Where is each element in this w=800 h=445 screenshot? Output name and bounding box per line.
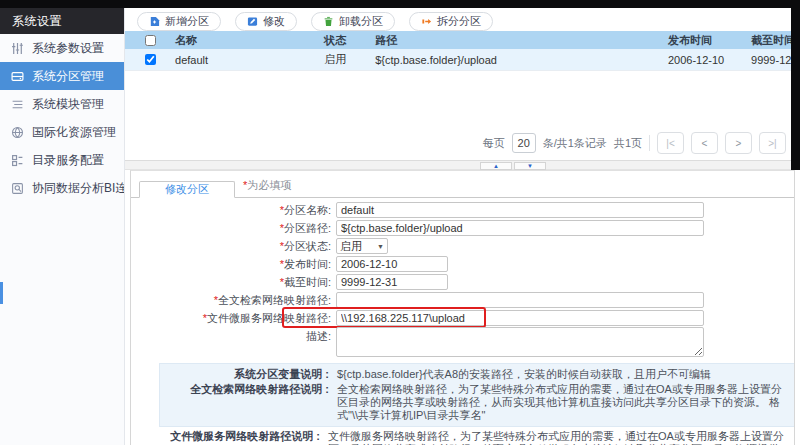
partition-list-area: 新增分区 修改 卸载分区 拆分分区 名称 状态 路径 发布时间 截至时间 [125, 8, 791, 170]
tab-bar: 修改分区 *为必填项 [131, 171, 794, 198]
row-checkbox[interactable] [145, 54, 156, 65]
column-header-path: 路径 [375, 33, 668, 48]
cell-name: default [175, 54, 324, 66]
selected-status-value: 启用 [340, 239, 362, 254]
column-header-name: 名称 [175, 33, 324, 48]
top-frame-bar [0, 0, 800, 8]
records-label: 条/共1条记录 [543, 136, 607, 151]
list-lines-icon [11, 98, 24, 111]
field-row-status: *分区状态: 启用 ▼ [131, 237, 794, 255]
collapse-down-button[interactable]: ▼ [514, 162, 546, 170]
scrollbar-indicator[interactable] [0, 282, 3, 304]
sidebar-item-directory-service[interactable]: 目录服务配置 [0, 146, 124, 174]
column-header-status: 状态 [324, 33, 375, 48]
sidebar-item-label: 目录服务配置 [32, 152, 104, 169]
sidebar-item-label: 系统分区管理 [32, 68, 104, 85]
note-row-fulltext: 全文检索网络映射路径说明 : 全文检索网络映射路径，为了某些特殊分布式应用的需要… [168, 383, 786, 422]
modify-button[interactable]: 修改 [235, 12, 297, 31]
pagination: 每页 20 条/共1条记录 共1页 |< < > >| [483, 132, 786, 154]
last-page-button[interactable]: >| [759, 132, 786, 154]
note-text: 全文检索网络映射路径，为了某些特殊分布式应用的需要，通过在OA或专用服务器上设置… [337, 383, 786, 422]
cell-path: ${ctp.base.folder}/upload [375, 54, 668, 66]
page-size-input[interactable]: 20 [512, 133, 536, 153]
sidebar-item-partition-mgmt[interactable]: 系统分区管理 [0, 62, 124, 90]
sidebar-item-bi-connection[interactable]: 协同数据分析BI连... [0, 174, 124, 202]
per-page-label: 每页 [483, 136, 505, 151]
globe-icon [11, 126, 24, 139]
field-row-publish-date: *发布时间: [131, 255, 794, 273]
table-header-row: 名称 状态 路径 发布时间 截至时间 [125, 31, 791, 49]
end-date-label: *截至时间: [131, 275, 336, 290]
cell-status: 启用 [324, 52, 375, 67]
fileservice-network-path-input[interactable] [336, 310, 704, 326]
cell-end-date: 9999-12-31 [751, 54, 791, 66]
tab-modify-partition[interactable]: 修改分区 [139, 181, 235, 198]
note-label: 全文检索网络映射路径说明 : [168, 383, 337, 422]
partition-status-select[interactable]: 启用 ▼ [336, 238, 388, 254]
sidebar-item-i18n-resources[interactable]: 国际化资源管理 [0, 118, 124, 146]
total-pages-label: 共1页 [614, 136, 642, 151]
app-window: 系统设置 系统参数设置 系统分区管理 系统模块管理 国际化资源管理 目录服务配置… [0, 0, 800, 445]
fileservice-network-path-label: *文件微服务网络映射路径: [131, 311, 336, 326]
right-frame-bar [791, 8, 800, 170]
note-label: 系统分区变量说明 : [168, 368, 337, 381]
partition-path-input[interactable] [336, 220, 704, 236]
next-page-button[interactable]: > [725, 132, 752, 154]
field-row-fileservice-path: *文件微服务网络映射路径: [131, 309, 794, 327]
sidebar-item-system-params[interactable]: 系统参数设置 [0, 34, 124, 62]
field-row-description: 描述: [131, 327, 794, 359]
grid-list-icon [11, 154, 24, 167]
partition-name-input[interactable] [336, 202, 704, 218]
field-row-end-date: *截至时间: [131, 273, 794, 291]
partition-status-label: *分区状态: [131, 239, 336, 254]
field-row-name: *分区名称: [131, 201, 794, 219]
bi-search-icon [11, 182, 24, 195]
first-page-button[interactable]: |< [657, 132, 684, 154]
split-partition-button[interactable]: 拆分分区 [409, 12, 493, 31]
add-partition-button[interactable]: 新增分区 [137, 12, 221, 31]
note-text: 文件微服务网络映射路径，为了某些特殊分布式应用的需要，通过在OA或专用服务器上设… [328, 430, 786, 445]
add-document-icon [149, 16, 160, 27]
partition-path-label: *分区路径: [131, 221, 336, 236]
sidebar-item-label: 国际化资源管理 [32, 124, 116, 141]
publish-date-input[interactable] [336, 256, 448, 272]
sliders-icon [11, 42, 24, 55]
note-label: 文件微服务网络映射路径说明 : [131, 430, 328, 445]
split-arrow-icon [421, 16, 432, 27]
description-textarea[interactable] [336, 327, 704, 357]
unload-partition-button[interactable]: 卸载分区 [311, 12, 395, 31]
end-date-input[interactable] [336, 274, 448, 290]
sidebar-item-label: 协同数据分析BI连... [32, 180, 124, 197]
sidebar: 系统设置 系统参数设置 系统分区管理 系统模块管理 国际化资源管理 目录服务配置… [0, 8, 125, 445]
field-row-path: *分区路径: [131, 219, 794, 237]
publish-date-label: *发布时间: [131, 257, 336, 272]
pager-divider [649, 135, 650, 151]
partition-icon [11, 70, 24, 83]
trash-icon [323, 16, 334, 27]
toolbar: 新增分区 修改 卸载分区 拆分分区 [125, 8, 791, 31]
fulltext-network-path-input[interactable] [336, 292, 704, 308]
column-header-publish-date: 发布时间 [668, 33, 751, 48]
field-row-fulltext-path: *全文检索网络映射路径: [131, 291, 794, 309]
column-header-end-date: 截至时间 [751, 33, 791, 48]
sidebar-title: 系统设置 [0, 8, 124, 34]
sidebar-item-module-mgmt[interactable]: 系统模块管理 [0, 90, 124, 118]
note-row-variable: 系统分区变量说明 : ${ctp.base.folder}代表A8的安装路径，安… [168, 368, 786, 381]
notes-box: 系统分区变量说明 : ${ctp.base.folder}代表A8的安装路径，安… [159, 363, 795, 427]
chevron-down-icon: ▼ [377, 243, 384, 250]
sidebar-item-label: 系统参数设置 [32, 40, 104, 57]
description-label: 描述: [131, 327, 336, 344]
required-note: *为必填项 [243, 178, 291, 193]
collapse-up-button[interactable]: ▲ [480, 162, 512, 170]
note-row-fileservice: 文件微服务网络映射路径说明 : 文件微服务网络映射路径，为了某些特殊分布式应用的… [131, 430, 786, 445]
partition-name-label: *分区名称: [131, 203, 336, 218]
prev-page-button[interactable]: < [691, 132, 718, 154]
modify-partition-panel: 修改分区 *为必填项 *分区名称: *分区路径: *分区状态: 启用 ▼ *发布… [130, 170, 795, 445]
panel-splitter[interactable]: ▲ ▼ [125, 160, 800, 170]
edit-icon [247, 16, 258, 27]
fulltext-network-path-label: *全文检索网络映射路径: [131, 293, 336, 308]
table-row[interactable]: default 启用 ${ctp.base.folder}/upload 200… [125, 49, 791, 71]
sidebar-item-label: 系统模块管理 [32, 96, 104, 113]
select-all-checkbox[interactable] [145, 35, 156, 46]
cell-publish-date: 2006-12-10 [668, 54, 751, 66]
